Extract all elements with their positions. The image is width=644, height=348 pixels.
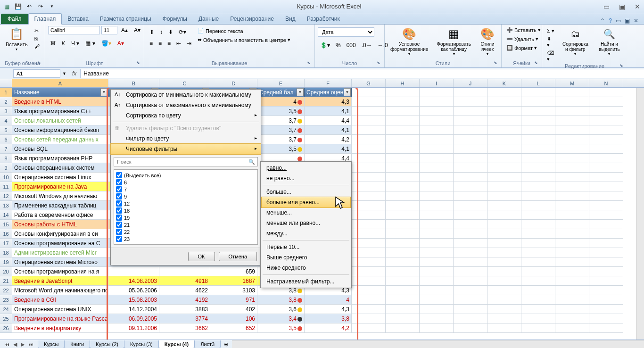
cell[interactable]: 4,3 [305,97,352,107]
cell[interactable] [386,220,420,229]
cell[interactable] [352,239,386,248]
cell[interactable] [352,314,386,323]
cell[interactable] [521,305,555,314]
row-head[interactable]: 1 [0,88,12,97]
cell[interactable] [420,276,454,286]
cell[interactable]: 659 [210,267,257,276]
horizontal-scrollbar[interactable] [232,340,644,348]
cell[interactable] [454,286,487,295]
cell[interactable] [487,257,521,267]
cell[interactable] [386,210,420,220]
cell[interactable] [454,116,487,125]
font-name-select[interactable] [48,26,100,34]
font-color-button[interactable]: A▾ [115,39,126,48]
cell[interactable] [352,116,386,125]
cell[interactable] [386,154,420,163]
insert-cells-button[interactable]: ➕ Вставить ▾ [504,26,543,33]
cell[interactable] [555,163,589,173]
cell[interactable] [589,163,623,173]
cell[interactable]: 4,1 [305,125,352,135]
align-middle-button[interactable]: ↕ [157,27,165,37]
cell[interactable] [386,305,420,314]
row-head[interactable]: 25 [0,314,12,323]
cell[interactable] [487,210,521,220]
cell[interactable] [521,286,555,295]
clear-button[interactable]: ⌫ ▾ [545,50,556,63]
cell[interactable] [386,97,420,107]
cell[interactable] [454,125,487,135]
cell[interactable]: Microsoft Windows для начинаю [12,191,108,201]
align-right-button[interactable]: ≡ [165,39,173,48]
indent-decrease-button[interactable]: ⇤ [174,39,183,48]
row-head[interactable]: 26 [0,323,12,333]
filter-dropdown-button[interactable]: ▼ [297,88,304,96]
cell[interactable]: 1687 [210,276,257,286]
cell[interactable] [454,305,487,314]
filter-color-item[interactable]: Фильтр по цвету▸ [111,133,261,144]
shrink-font-button[interactable]: A▾ [132,25,143,35]
cell[interactable] [454,88,487,97]
filter-check-item[interactable]: 9 [116,193,256,200]
cell[interactable] [420,125,454,135]
sort-desc-item[interactable]: A↑Сортировка от максимального к минималь… [111,100,261,110]
cell[interactable] [521,201,555,210]
cell[interactable] [487,276,521,286]
cell[interactable] [420,88,454,97]
cell[interactable] [352,191,386,201]
table-header-cell[interactable]: Средний бал▼ [257,88,305,97]
cell[interactable] [555,257,589,267]
cell[interactable] [589,286,623,295]
grow-font-button[interactable]: A▴ [119,25,130,35]
cell[interactable] [487,116,521,125]
cell[interactable]: Язык программирования PHP [12,154,108,163]
cell[interactable] [487,220,521,229]
cell[interactable] [487,229,521,239]
cell[interactable] [521,276,555,286]
cell[interactable] [454,182,487,191]
name-box-dropdown-icon[interactable]: ▼ [60,71,68,76]
cell[interactable] [521,191,555,201]
cell[interactable] [555,248,589,257]
cell[interactable] [521,323,555,333]
cell[interactable] [386,229,420,239]
cell[interactable] [352,97,386,107]
filter-check-item[interactable]: 21 [116,221,256,228]
cell[interactable]: 06.09.2005 [108,314,159,323]
cell[interactable] [487,323,521,333]
cell[interactable] [420,116,454,125]
cell[interactable] [352,305,386,314]
cell[interactable] [521,182,555,191]
col-head-E[interactable]: E [257,79,305,87]
help-icon[interactable]: ? [609,17,612,24]
cell[interactable] [108,267,159,276]
filter-check-item[interactable]: 18 [116,207,256,214]
merge-center-button[interactable]: ⬌ Объединить и поместить в центре ▾ [196,36,292,43]
cell[interactable]: 3103 [210,286,257,295]
find-select-button[interactable]: 🔍 Найти и выделить▾ [594,25,624,57]
cell[interactable] [420,173,454,182]
cell[interactable]: 4,2 [305,323,352,333]
table-header-cell[interactable]: Название▼ [12,88,108,97]
cell[interactable] [487,286,521,295]
cell[interactable]: Введение в CGI [12,295,108,305]
indent-increase-button[interactable]: ⇥ [184,39,194,48]
cell[interactable] [521,267,555,276]
col-head-K[interactable]: K [487,79,521,87]
excel-icon[interactable]: ▦ [2,2,11,11]
cut-button[interactable]: ✂ [33,27,41,34]
cell[interactable] [454,201,487,210]
nf-greater[interactable]: больше... [262,187,350,197]
col-head-H[interactable]: H [386,79,420,87]
align-top-button[interactable]: ⬆ [147,27,157,37]
cell[interactable]: 4,4 [305,116,352,125]
cell[interactable] [386,144,420,154]
cell[interactable]: Основы работы с HTML [12,220,108,229]
cell[interactable] [420,305,454,314]
cell[interactable] [420,144,454,154]
cell[interactable] [352,201,386,210]
cell[interactable]: 3,8 [257,295,305,305]
cell[interactable]: Работа в современном офисе [12,210,108,220]
cell[interactable] [555,191,589,201]
cell[interactable] [352,135,386,144]
cell[interactable] [487,97,521,107]
